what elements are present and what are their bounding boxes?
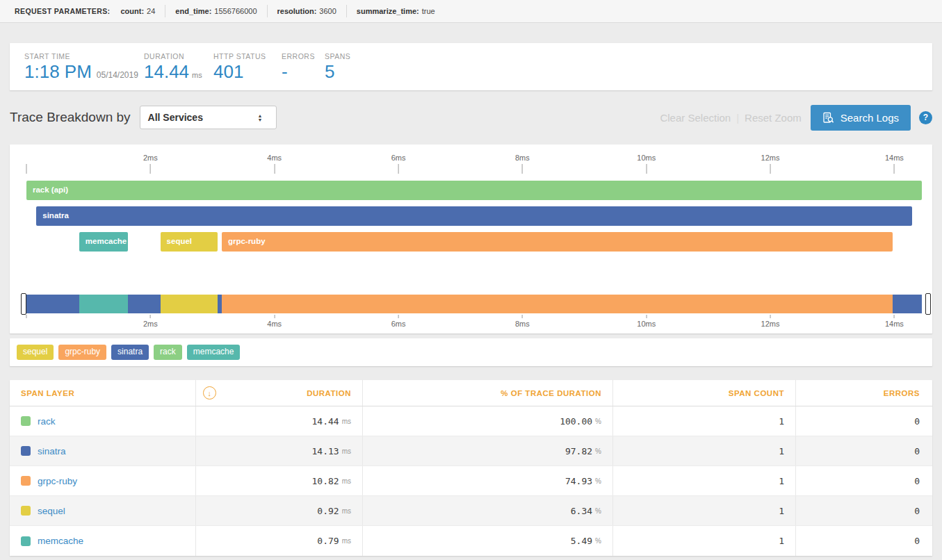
request-param: end_time:1556766000 [165,5,266,17]
trace-summary-card: START TIME 1:18 PM 05/14/2019 DURATION 1… [10,43,932,90]
reset-zoom-button[interactable]: Reset Zoom [745,112,802,124]
span-count-cell: 1 [612,466,795,495]
duration-cell: 14.44ms [195,406,362,436]
minimap-segment[interactable] [128,295,160,313]
pct-cell-unit: % [595,537,601,545]
duration-cell: 14.13ms [195,436,362,466]
request-param: summarize_time:true [346,5,445,17]
legend-chip-sequel[interactable]: sequel [17,345,54,360]
axis-tick-label: 10ms [637,153,656,163]
axis-tick-mark [894,315,895,318]
metric-duration: DURATION 14.44 ms [144,52,213,90]
trace-detail-page: { "request_bar": { "label": "REQUEST PAR… [0,0,942,560]
duration-unit: ms [192,71,202,79]
axis-tick-mark [398,164,399,174]
span-bar-sequel[interactable]: sequel [161,232,218,252]
axis-tick [26,153,27,174]
legend-chip-rack[interactable]: rack [154,345,182,360]
pct-cell-value: 97.82 [565,446,592,456]
axis-tick-mark [274,315,275,318]
clear-selection-button[interactable]: Clear Selection [660,112,731,124]
request-param-key: count: [121,7,145,15]
axis-tick: 6ms [391,153,406,174]
duration-cell-unit: ms [342,507,351,515]
pct-cell: 6.34% [362,496,612,525]
pct-cell-unit: % [595,447,601,455]
layer-link[interactable]: memcache [38,536,83,546]
errors-cell: 0 [795,406,932,436]
service-filter-select[interactable]: All Services ▲▼ [140,106,277,129]
minimap-right-handle[interactable] [925,293,931,315]
time-axis-top: 2ms4ms6ms8ms10ms12ms14ms [26,153,925,179]
legend-chip-memcache[interactable]: memcache [187,345,241,360]
axis-tick: 14ms [885,153,904,174]
span-bar-rack[interactable]: rack (api) [26,181,922,200]
axis-tick-mark [150,164,151,174]
layer-link[interactable]: sinatra [38,446,66,456]
axis-tick-mark [150,315,151,318]
column-header-pct-of-trace[interactable]: % OF TRACE DURATION [362,380,612,406]
span-bar-label: sinatra [36,206,912,220]
errors-cell-value: 0 [914,536,920,546]
pct-cell-value: 6.34 [571,506,592,516]
duration-label: DURATION [144,52,213,60]
span-count-cell-value: 1 [779,506,784,516]
errors-value: - [282,63,288,81]
axis-tick-label: 12ms [761,153,780,163]
column-header-duration[interactable]: ↓ DURATION [195,380,362,406]
legend-chip-sinatra[interactable]: sinatra [111,345,149,360]
minimap [26,295,925,313]
axis-tick: 14ms [885,315,904,330]
sort-descending-icon[interactable]: ↓ [203,386,216,400]
request-parameters-list: count:24end_time:1556766000resolution:36… [121,0,445,22]
pct-cell-unit: % [595,418,601,425]
axis-tick: 10ms [637,315,656,330]
duration-cell: 0.79ms [195,526,362,556]
trace-flame-chart-panel: 2ms4ms6ms8ms10ms12ms14ms rack (api) sina… [10,145,932,333]
minimap-left-handle[interactable] [21,293,26,315]
request-parameters-label: REQUEST PARAMETERS: [15,7,111,15]
span-count-cell-value: 1 [779,536,784,546]
start-time-date: 05/14/2019 [97,70,138,80]
request-param-value: 24 [147,7,155,15]
spans-value: 5 [325,63,334,81]
duration-cell-value: 14.44 [312,416,339,427]
search-logs-button[interactable]: Search Logs [811,105,911,131]
minimap-segment[interactable] [26,295,79,313]
span-bar-sinatra[interactable]: sinatra [36,206,912,226]
span-layer-cell: memcache [10,526,195,556]
help-icon[interactable]: ? [919,111,932,124]
span-count-cell: 1 [612,496,795,525]
axis-tick: 4ms [267,315,282,330]
column-header-span-count[interactable]: SPAN COUNT [612,380,795,406]
minimap-segment[interactable] [222,295,893,313]
table-row-memcache: memcache0.79ms5.49%10 [10,526,932,556]
column-header-span-layer[interactable]: SPAN LAYER [10,380,195,406]
span-layer-cell: grpc-ruby [10,466,195,495]
select-caret-icon: ▲▼ [258,114,263,122]
metric-spans: SPANS 5 [325,52,350,90]
column-header-errors[interactable]: ERRORS [795,380,932,406]
breakdown-toolbar: Trace Breakdown by All Services ▲▼ Clear… [10,90,932,145]
metric-errors: ERRORS - [282,52,325,90]
errors-cell-value: 0 [914,416,920,427]
layer-link[interactable]: grpc-ruby [38,476,77,486]
layer-link[interactable]: sequel [38,506,65,516]
minimap-segment[interactable] [161,295,218,313]
span-count-cell: 1 [612,406,795,436]
duration-cell-unit: ms [342,537,351,545]
minimap-track [26,295,925,313]
legend-chip-grpc-ruby[interactable]: grpc-ruby [58,345,106,360]
axis-tick: 2ms [143,315,158,330]
minimap-segment[interactable] [893,295,922,313]
flame-rows: rack (api) sinatra memcachesequelgrpc-ru… [26,181,925,258]
pct-cell-unit: % [595,477,601,485]
request-param-value: 1556766000 [214,7,257,15]
table-row-rack: rack14.44ms100.00%10 [10,406,932,436]
axis-tick-label: 2ms [143,153,158,163]
layer-link[interactable]: rack [38,416,56,427]
span-bar-memcache[interactable]: memcache [79,232,128,252]
span-bar-grpc-ruby[interactable]: grpc-ruby [222,232,893,252]
request-parameters-bar: REQUEST PARAMETERS: count:24end_time:155… [0,0,942,23]
minimap-segment[interactable] [79,295,128,313]
